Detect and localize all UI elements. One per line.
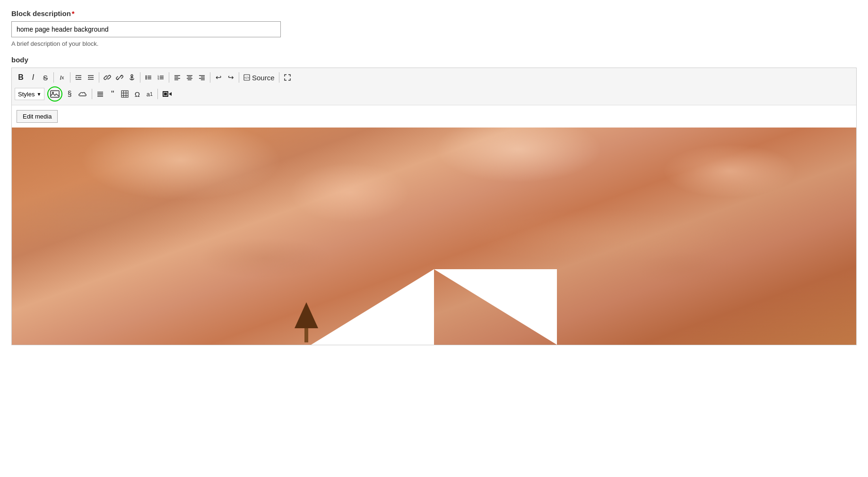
table-button[interactable] xyxy=(119,88,131,100)
body-section: body B I S Ix xyxy=(11,56,857,345)
source-button[interactable]: </> Source xyxy=(241,71,277,84)
italic-button[interactable]: I xyxy=(27,71,39,84)
svg-line-8 xyxy=(106,77,108,78)
required-marker: * xyxy=(72,9,75,17)
clear-format-button[interactable]: Ix xyxy=(56,71,68,84)
editor-content-area[interactable] xyxy=(12,128,856,345)
edit-media-button[interactable]: Edit media xyxy=(17,110,58,123)
styles-label: Styles xyxy=(18,91,35,98)
svg-point-17 xyxy=(146,78,147,80)
chevron-left xyxy=(311,269,434,345)
svg-marker-3 xyxy=(76,77,77,78)
source-label: Source xyxy=(252,74,275,82)
separator-10 xyxy=(157,89,158,99)
svg-point-10 xyxy=(131,75,133,77)
body-label: body xyxy=(11,56,857,64)
align-right-button[interactable] xyxy=(196,71,208,84)
content-image xyxy=(12,128,856,345)
svg-marker-53 xyxy=(169,92,172,96)
insert-image-button[interactable] xyxy=(47,86,62,102)
svg-marker-7 xyxy=(88,77,89,78)
edit-media-area: Edit media xyxy=(12,105,856,128)
unordered-list-button[interactable] xyxy=(142,71,155,84)
toolbar: B I S Ix xyxy=(12,68,856,105)
svg-text:3.: 3. xyxy=(157,77,160,80)
svg-rect-52 xyxy=(164,93,167,95)
unlink-button[interactable] xyxy=(113,71,126,84)
align-left-button[interactable] xyxy=(171,71,183,84)
editor-wrapper: B I S Ix xyxy=(11,68,857,345)
separator-3 xyxy=(99,72,99,83)
insert-menu-button[interactable] xyxy=(160,88,174,100)
separator-5 xyxy=(169,72,169,83)
indent-increase-button[interactable] xyxy=(72,71,85,84)
svg-text:</>: </> xyxy=(244,76,249,79)
strikethrough-button[interactable]: S xyxy=(39,71,52,84)
footnote-button[interactable]: § xyxy=(63,88,76,100)
superscript-button[interactable]: a1 xyxy=(143,88,156,100)
svg-line-9 xyxy=(117,75,122,80)
redo-button[interactable]: ↪ xyxy=(225,71,237,84)
toolbar-row-1: B I S Ix xyxy=(15,70,853,85)
block-description-label: Block description* xyxy=(11,9,857,17)
svg-rect-45 xyxy=(122,91,128,97)
styles-dropdown[interactable]: Styles ▼ xyxy=(15,88,44,100)
block-description-section: Block description* A brief description o… xyxy=(11,9,857,47)
fullscreen-button[interactable] xyxy=(281,71,294,84)
toolbar-row-2: Styles ▼ § xyxy=(15,85,853,103)
separator-2 xyxy=(70,72,70,83)
styles-arrow: ▼ xyxy=(36,92,41,97)
help-text: A brief description of your block. xyxy=(11,40,857,47)
anchor-button[interactable] xyxy=(126,71,138,84)
separator-7 xyxy=(239,72,239,83)
bold-button[interactable]: B xyxy=(15,71,27,84)
blockquote-button[interactable]: " xyxy=(106,88,119,100)
link-button[interactable] xyxy=(101,71,113,84)
separator-4 xyxy=(140,72,140,83)
cloud-button[interactable] xyxy=(76,88,90,100)
undo-button[interactable]: ↩ xyxy=(212,71,225,84)
label-text: Block description xyxy=(11,9,71,17)
chevron-right xyxy=(434,269,557,345)
block-description-input[interactable] xyxy=(11,21,281,37)
justify-button[interactable] xyxy=(94,88,106,100)
separator-9 xyxy=(92,89,92,99)
chevron-shape xyxy=(245,250,623,345)
svg-rect-39 xyxy=(51,91,59,97)
ordered-list-button[interactable]: 1.2.3. xyxy=(155,71,167,84)
align-center-button[interactable] xyxy=(183,71,196,84)
special-chars-button[interactable]: Ω xyxy=(131,88,143,100)
separator-6 xyxy=(210,72,210,83)
svg-point-13 xyxy=(146,76,147,77)
separator-8 xyxy=(279,72,279,83)
separator-1 xyxy=(53,72,54,83)
indent-decrease-button[interactable] xyxy=(85,71,97,84)
svg-point-15 xyxy=(146,77,147,78)
